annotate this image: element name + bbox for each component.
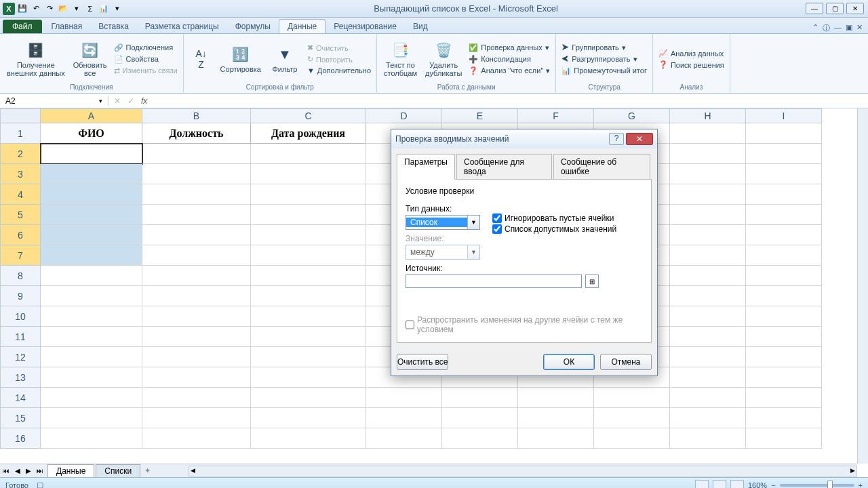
tab-data[interactable]: Данные (279, 19, 326, 33)
cell-G16[interactable] (594, 428, 670, 449)
cell-C5[interactable] (251, 205, 366, 225)
dialog-tab-errmsg[interactable]: Сообщение об ошибке (553, 154, 650, 180)
cell-A13[interactable] (41, 367, 142, 388)
cell-C14[interactable] (251, 388, 366, 408)
connections-button[interactable]: 🔗Подключения (113, 43, 179, 53)
clear-all-button[interactable]: Очистить все (397, 354, 448, 370)
cell-D16[interactable] (366, 428, 442, 449)
solver-button[interactable]: ❓Поиск решения (657, 60, 726, 70)
ungroup-button[interactable]: ⮜Разгруппировать ▾ (560, 54, 648, 64)
subtotal-button[interactable]: 📊Промежуточный итог (560, 66, 648, 76)
cell-B15[interactable] (142, 408, 251, 428)
sheet-nav-next[interactable]: ▶ (23, 467, 34, 474)
view-pagebreak-button[interactable] (730, 480, 744, 489)
type-dropdown[interactable]: Список▼ (406, 215, 480, 230)
sum-icon[interactable]: Σ (84, 3, 96, 15)
chart-icon[interactable]: 📊 (98, 3, 110, 15)
data-analysis-button[interactable]: 📈Анализ данных (657, 48, 726, 58)
zoom-level[interactable]: 160% (748, 481, 767, 489)
column-header-F[interactable]: F (518, 108, 594, 123)
vertical-scrollbar[interactable] (857, 108, 868, 464)
cell-I8[interactable] (746, 266, 822, 286)
cell-A2[interactable] (41, 144, 142, 164)
cell-A8[interactable] (41, 266, 142, 286)
cell-H14[interactable] (670, 388, 746, 408)
cell-H7[interactable] (670, 245, 746, 266)
cell-H8[interactable] (670, 266, 746, 286)
cell-G14[interactable] (594, 388, 670, 408)
cell-I16[interactable] (746, 428, 822, 449)
apply-changes-checkbox[interactable]: Распространить изменения на другие ячейк… (406, 315, 643, 334)
sheet-nav-first[interactable]: ⏮ (0, 467, 12, 474)
cell-H13[interactable] (670, 367, 746, 388)
column-header-H[interactable]: H (670, 108, 746, 123)
sheet-tab-lists[interactable]: Списки (96, 464, 140, 477)
help-icon[interactable]: ⓘ (823, 23, 830, 33)
cell-A9[interactable] (41, 286, 142, 306)
minimize-button[interactable]: — (806, 3, 823, 14)
cell-E14[interactable] (442, 388, 518, 408)
cell-C1[interactable]: Дата рождения (251, 123, 366, 144)
workbook-close-icon[interactable]: ✕ (856, 23, 863, 33)
dialog-titlebar[interactable]: Проверка вводимых значений ? ✕ (391, 129, 657, 148)
clear-filter-button[interactable]: ✖Очистить (306, 43, 372, 53)
row-header-16[interactable]: 16 (0, 428, 41, 449)
cell-E15[interactable] (442, 408, 518, 428)
properties-button[interactable]: 📄Свойства (113, 54, 179, 64)
cell-C4[interactable] (251, 184, 366, 205)
cell-H11[interactable] (670, 327, 746, 347)
row-header-3[interactable]: 3 (0, 164, 41, 184)
cell-A5[interactable] (41, 205, 142, 225)
cell-B10[interactable] (142, 306, 251, 327)
dialog-tab-inputmsg[interactable]: Сообщение для ввода (456, 154, 552, 180)
cell-C9[interactable] (251, 286, 366, 306)
cancel-fx-icon[interactable]: ✕ (114, 96, 121, 106)
row-header-7[interactable]: 7 (0, 245, 41, 266)
ignore-blank-checkbox[interactable]: Игнорировать пустые ячейки (492, 214, 616, 223)
cell-A4[interactable] (41, 184, 142, 205)
cell-A15[interactable] (41, 408, 142, 428)
tab-formulas[interactable]: Формулы (227, 20, 279, 33)
cell-B9[interactable] (142, 286, 251, 306)
cell-C15[interactable] (251, 408, 366, 428)
row-header-1[interactable]: 1 (0, 123, 41, 144)
workbook-restore-icon[interactable]: ▣ (846, 23, 852, 33)
redo-icon[interactable]: ↷ (43, 3, 56, 15)
cell-I3[interactable] (746, 164, 822, 184)
enter-fx-icon[interactable]: ✓ (127, 96, 134, 106)
column-header-C[interactable]: C (251, 108, 366, 123)
sort-button[interactable]: 🔢Сортировка (218, 35, 264, 83)
name-box[interactable]: A2▾ (0, 96, 108, 106)
reapply-button[interactable]: ↻Повторить (306, 54, 372, 64)
macro-rec-icon[interactable]: ▢ (37, 481, 43, 488)
row-header-9[interactable]: 9 (0, 286, 41, 306)
row-header-10[interactable]: 10 (0, 306, 41, 327)
column-header-I[interactable]: I (746, 108, 822, 123)
cell-B2[interactable] (142, 144, 251, 164)
cell-A11[interactable] (41, 327, 142, 347)
range-selector-button[interactable]: ⊞ (585, 274, 599, 288)
row-header-15[interactable]: 15 (0, 408, 41, 428)
row-header-6[interactable]: 6 (0, 225, 41, 245)
cell-I2[interactable] (746, 144, 822, 164)
workbook-min-icon[interactable]: — (834, 23, 842, 33)
column-header-A[interactable]: A (41, 108, 142, 123)
cell-C8[interactable] (251, 266, 366, 286)
column-header-B[interactable]: B (142, 108, 251, 123)
cell-I7[interactable] (746, 245, 822, 266)
sort-az-button[interactable]: A↓Z (188, 35, 215, 83)
edit-links-button[interactable]: ⇄Изменить связи (113, 66, 179, 76)
row-header-8[interactable]: 8 (0, 266, 41, 286)
cell-D14[interactable] (366, 388, 442, 408)
dialog-help-button[interactable]: ? (609, 133, 624, 145)
cell-A12[interactable] (41, 347, 142, 367)
sheet-nav-prev[interactable]: ◀ (12, 467, 23, 474)
cell-I11[interactable] (746, 327, 822, 347)
cell-A10[interactable] (41, 306, 142, 327)
filter-button[interactable]: ▼Фильтр (267, 35, 303, 83)
undo-icon[interactable]: ↶ (30, 3, 42, 15)
cell-H12[interactable] (670, 347, 746, 367)
cell-I9[interactable] (746, 286, 822, 306)
ok-button[interactable]: ОК (543, 354, 595, 370)
cell-H10[interactable] (670, 306, 746, 327)
